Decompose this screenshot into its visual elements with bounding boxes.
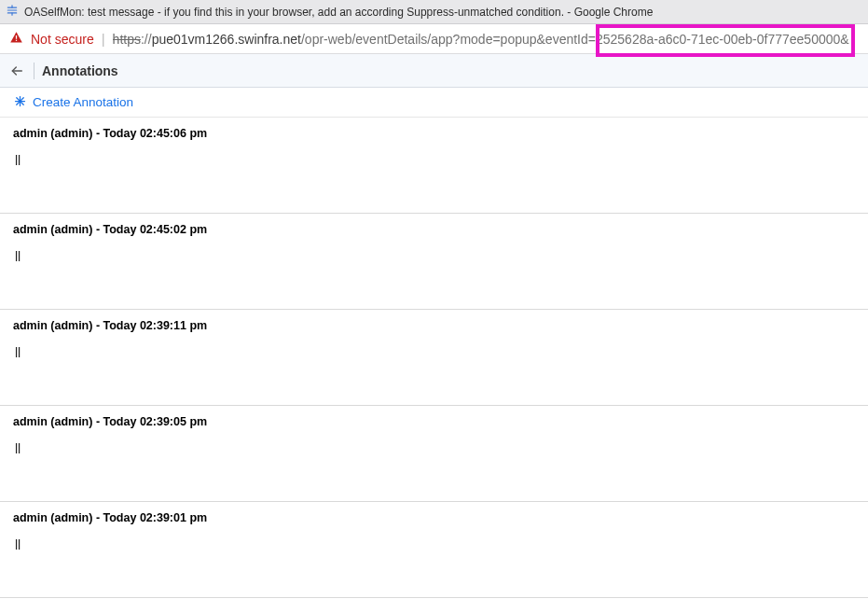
create-annotation-icon[interactable] bbox=[13, 94, 27, 111]
annotation-author: admin (admin) bbox=[13, 511, 92, 524]
annotation-item: admin (admin) - Today 02:39:11 pm ll bbox=[0, 310, 868, 406]
back-button[interactable] bbox=[7, 62, 26, 80]
header-divider bbox=[34, 63, 34, 79]
annotation-item: admin (admin) - Today 02:39:05 pm ll bbox=[0, 406, 868, 502]
annotation-header: admin (admin) - Today 02:39:05 pm bbox=[13, 415, 855, 428]
window-title: OASelfMon: test message - if you find th… bbox=[24, 6, 653, 19]
svg-rect-1 bbox=[16, 39, 17, 40]
annotation-author: admin (admin) bbox=[13, 223, 92, 236]
annotation-sep: - bbox=[92, 127, 103, 140]
annotation-author: admin (admin) bbox=[13, 415, 92, 428]
panel-header: Annotations bbox=[0, 54, 868, 88]
svg-rect-0 bbox=[16, 35, 17, 39]
chrome-titlebar: OASelfMon: test message - if you find th… bbox=[0, 0, 868, 24]
annotation-time: Today 02:39:05 pm bbox=[103, 415, 208, 428]
url-scheme-sep: :// bbox=[141, 32, 152, 47]
url-path: /opr-web/eventDetails/app?mode=popup&eve… bbox=[301, 32, 849, 47]
annotation-author: admin (admin) bbox=[13, 319, 92, 332]
annotation-header: admin (admin) - Today 02:45:02 pm bbox=[13, 223, 855, 236]
annotation-header: admin (admin) - Today 02:39:01 pm bbox=[13, 511, 855, 524]
annotation-sep: - bbox=[92, 511, 103, 524]
annotation-body: ll bbox=[13, 441, 855, 456]
annotation-body: ll bbox=[13, 345, 855, 360]
annotation-sep: - bbox=[92, 415, 103, 428]
annotation-header: admin (admin) - Today 02:45:06 pm bbox=[13, 127, 855, 140]
not-secure-label: Not secure bbox=[31, 32, 94, 47]
annotation-item: admin (admin) - Today 02:45:06 pm ll bbox=[0, 118, 868, 214]
annotation-item: admin (admin) - Today 02:45:02 pm ll bbox=[0, 214, 868, 310]
url-text[interactable]: https://pue01vm1266.swinfra.net/opr-web/… bbox=[113, 32, 849, 47]
page-favicon bbox=[6, 4, 19, 20]
annotation-body: ll bbox=[13, 153, 855, 168]
annotation-time: Today 02:39:01 pm bbox=[103, 511, 208, 524]
not-secure-icon bbox=[9, 31, 23, 48]
address-separator: | bbox=[102, 31, 105, 47]
annotation-author: admin (admin) bbox=[13, 127, 92, 140]
create-annotation-link[interactable]: Create Annotation bbox=[33, 95, 133, 109]
annotation-time: Today 02:45:02 pm bbox=[103, 223, 208, 236]
annotation-sep: - bbox=[92, 319, 103, 332]
url-host: pue01vm1266.swinfra.net bbox=[152, 32, 301, 47]
url-scheme: https bbox=[113, 32, 141, 47]
panel-title: Annotations bbox=[42, 63, 118, 78]
action-bar: Create Annotation bbox=[0, 88, 868, 118]
address-bar[interactable]: Not secure | https://pue01vm1266.swinfra… bbox=[0, 24, 868, 54]
annotation-body: ll bbox=[13, 537, 855, 552]
annotation-time: Today 02:45:06 pm bbox=[103, 127, 208, 140]
annotation-header: admin (admin) - Today 02:39:11 pm bbox=[13, 319, 855, 332]
annotation-item: admin (admin) - Today 02:39:01 pm ll bbox=[0, 502, 868, 598]
annotation-time: Today 02:39:11 pm bbox=[103, 319, 208, 332]
annotation-body: ll bbox=[13, 249, 855, 264]
annotation-sep: - bbox=[92, 223, 103, 236]
annotations-list: admin (admin) - Today 02:45:06 pm ll adm… bbox=[0, 118, 868, 598]
